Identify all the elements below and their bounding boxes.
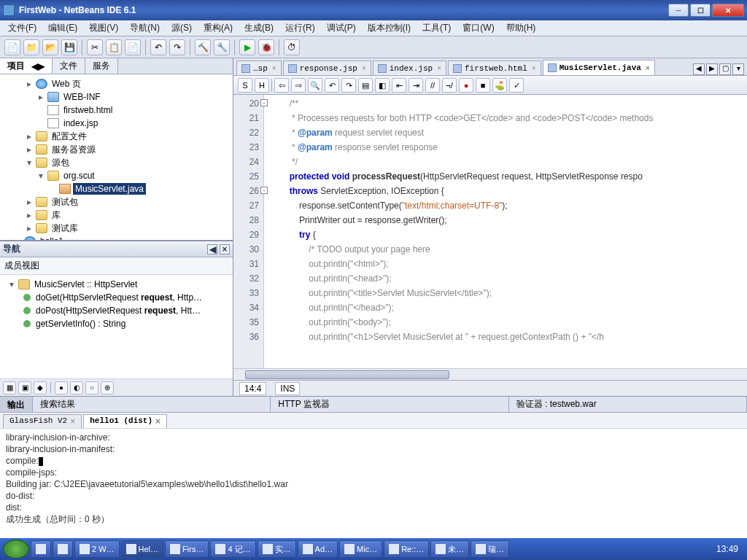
maximize-editor-icon[interactable]: ▢ [719,63,731,75]
nav-btn[interactable]: ◆ [34,381,47,394]
navigator-view-combo[interactable]: 成员视图 [0,257,233,275]
taskbar-item[interactable] [31,540,51,558]
output-subtab[interactable]: GlassFish V2 × [3,414,82,428]
tree-node[interactable]: ▸库 [3,209,230,222]
tree-node[interactable]: ▾源包 [3,156,230,169]
tree-node[interactable]: index.jsp [3,117,230,130]
new-project-button[interactable]: 📁 [23,39,39,55]
validator-tab[interactable]: 验证器 : testweb.war [509,397,747,412]
undo-button[interactable]: ↶ [150,39,166,55]
nav-fwd-button[interactable]: ⇨ [291,78,306,93]
paste-button[interactable]: 📄 [125,39,141,55]
editor-tab[interactable]: firstweb.html× [448,61,541,75]
shift-right-button[interactable]: ⇥ [409,78,423,93]
nav-member[interactable]: doGet(HttpServletRequest request, Http… [3,291,230,304]
source-button[interactable]: S [238,78,252,93]
tab-services[interactable]: 服务 [85,58,118,74]
editor-hscrollbar[interactable] [233,368,747,380]
close-button[interactable]: ✕ [712,4,744,17]
tab-files[interactable]: 文件 [53,58,85,74]
taskbar-item[interactable]: 实… [258,540,296,558]
search-results-tab[interactable]: 搜索结果 [33,397,271,412]
taskbar-item[interactable]: 瑞… [471,540,509,558]
taskbar-item[interactable]: Firs… [165,540,209,558]
bookmark-button[interactable]: ⛳ [492,78,507,93]
uncomment-button[interactable]: ¬/ [442,78,457,93]
comment-button[interactable]: // [425,78,440,93]
new-file-button[interactable]: 📄 [4,39,20,55]
tab-projects[interactable]: 项目 ◀▶ [0,58,53,74]
nav-btn[interactable]: ▣ [18,381,31,394]
menu-item[interactable]: 生成(B) [239,20,279,36]
run-button[interactable]: ▶ [239,39,255,55]
copy-button[interactable]: 📋 [106,39,122,55]
menu-item[interactable]: 调试(P) [322,20,361,36]
menu-item[interactable]: 窗口(W) [457,20,499,36]
nav-member[interactable]: doPost(HttpServletRequest request, Htt… [3,304,230,317]
cut-button[interactable]: ✂ [87,39,103,55]
editor-tab[interactable]: MusicServlet.java× [543,60,655,75]
debug-button[interactable]: 🐞 [258,39,274,55]
stop-macro-button[interactable]: ■ [476,78,490,93]
taskbar-item[interactable]: 4 记… [210,540,255,558]
open-button[interactable]: 📂 [42,39,58,55]
taskbar-item[interactable]: 未… [430,540,469,558]
project-tree[interactable]: ▸Web 页▸WEB-INFfirstweb.htmlindex.jsp▸配置文… [0,74,233,240]
nav-close-icon[interactable]: × [220,244,230,254]
nav-member[interactable]: getServletInfo() : String [3,317,230,330]
tree-node[interactable]: ▸hello1 [3,235,230,240]
menu-item[interactable]: 视图(V) [84,20,123,36]
highlight-button[interactable]: ▤ [358,78,373,93]
line-gutter[interactable]: 20-212223242526-27282930313233343536 [233,95,264,368]
editor-tab[interactable]: index.jsp× [373,61,446,75]
tree-node[interactable]: firstweb.html [3,104,230,117]
tree-node[interactable]: ▾org.scut [3,169,230,182]
next-tab-icon[interactable]: ▶ [706,63,718,75]
menu-item[interactable]: 编辑(E) [43,20,82,36]
taskbar-item[interactable]: Hel… [121,540,164,558]
output-subtab[interactable]: hello1 (dist) × [83,414,167,428]
tree-node[interactable]: ▸配置文件 [3,130,230,143]
arrow-icon[interactable]: ▶ [38,61,44,71]
tree-node[interactable]: ▸测试包 [3,195,230,209]
prev-tab-icon[interactable]: ◀ [693,63,705,75]
tree-node[interactable]: ▸服务器资源 [3,143,230,156]
nav-back-button[interactable]: ⇦ [274,78,289,93]
navigator-tree[interactable]: ▾MusicServlet :: HttpServletdoGet(HttpSe… [0,275,233,378]
menu-item[interactable]: 版本控制(I) [363,20,416,36]
nav-btn[interactable]: ▦ [3,381,16,394]
taskbar-item[interactable] [53,540,73,558]
taskbar-item[interactable]: Ad… [298,540,338,558]
find-prev-button[interactable]: ↶ [325,78,339,93]
nav-member[interactable]: ▾MusicServlet :: HttpServlet [3,278,230,291]
nav-btn[interactable]: ⊕ [101,381,114,394]
tree-node[interactable]: ▸Web 页 [3,77,230,90]
menu-item[interactable]: 运行(R) [280,20,320,36]
arrow-icon[interactable]: ◀ [31,61,38,71]
output-label[interactable]: 输出 [0,397,33,412]
tree-node[interactable]: MusicServlet.java [3,182,230,195]
nav-btn[interactable]: ◐ [70,381,83,394]
menu-item[interactable]: 帮助(H) [501,20,541,36]
minimize-button[interactable]: ─ [668,4,689,17]
maximize-button[interactable]: ☐ [690,4,711,17]
menu-item[interactable]: 源(S) [166,20,197,36]
taskbar-item[interactable]: Re::… [384,540,429,558]
taskbar-item[interactable]: Mic… [339,540,382,558]
nav-btn[interactable]: ○ [85,381,98,394]
find-next-button[interactable]: ↷ [341,78,356,93]
record-macro-button[interactable]: ● [459,78,473,93]
taskbar-item[interactable]: 2 W… [74,540,120,558]
http-monitor-tab[interactable]: HTTP 监视器 [271,397,508,412]
tree-node[interactable]: ▸测试库 [3,222,230,235]
menu-item[interactable]: 工具(T) [417,20,456,36]
code-area[interactable]: /** * Processes requests for both HTTP <… [264,95,747,368]
find-button[interactable]: 🔍 [308,78,322,93]
clean-build-button[interactable]: 🔧 [214,39,230,55]
nav-arrow-icon[interactable]: ◀ [207,244,217,254]
toggle-button[interactable]: ◧ [375,78,390,93]
save-button[interactable]: 💾 [61,39,77,55]
menu-item[interactable]: 导航(N) [125,20,165,36]
tree-node[interactable]: ▸WEB-INF [3,90,230,104]
menu-item[interactable]: 文件(F) [3,20,42,36]
